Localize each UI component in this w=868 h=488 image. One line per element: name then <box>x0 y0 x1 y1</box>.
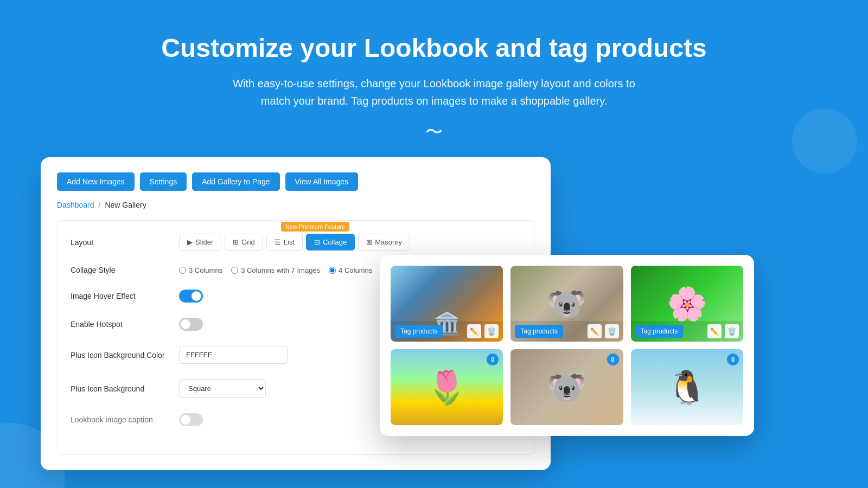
radio-3col[interactable]: 3 Columns <box>179 266 222 274</box>
layout-row: Layout New Premium Feature ▶ Slider ⊞ Gr… <box>71 234 521 251</box>
gallery-grid: Tag products ✏️ 🗑️ Tag products ✏️ 🗑️ <box>391 266 743 425</box>
gallery-img-penguins <box>631 349 743 425</box>
hotspot-control <box>179 318 401 331</box>
gallery-item-6: 0 <box>631 349 743 425</box>
caption-control <box>179 413 401 426</box>
tag-products-btn-3[interactable]: Tag products <box>635 325 684 338</box>
layout-label: Layout <box>71 238 179 247</box>
settings-button[interactable]: Settings <box>140 172 187 191</box>
tab-collage[interactable]: ⊟ Collage <box>306 234 355 251</box>
layout-tabs: New Premium Feature ▶ Slider ⊞ Grid ☰ Li… <box>179 234 521 251</box>
premium-badge: New Premium Feature <box>281 222 349 232</box>
tab-masonry[interactable]: ⊠ Masonry <box>358 234 410 251</box>
hotspot-toggle[interactable] <box>179 318 203 331</box>
tab-collage-label: Collage <box>323 238 347 246</box>
hero-subtitle: With easy-to-use settings, change your L… <box>217 75 651 110</box>
radio-4col-label: 4 Columns <box>339 266 372 274</box>
hover-effect-toggle[interactable] <box>179 290 203 303</box>
hover-effect-label: Image Hover Effect <box>71 292 179 300</box>
plus-icon-bg-control: Square Circle Rounded <box>179 379 401 398</box>
tag-actions-2: ✏️ 🗑️ <box>588 324 619 338</box>
view-all-button[interactable]: View All Images <box>285 172 359 191</box>
gallery-item-2: Tag products ✏️ 🗑️ <box>510 266 623 342</box>
edit-btn-3[interactable]: ✏️ <box>707 324 722 338</box>
tab-grid-label: Grid <box>241 238 255 246</box>
delete-btn-1[interactable]: 🗑️ <box>484 324 499 338</box>
count-badge-5: 0 <box>607 354 619 365</box>
gallery-img-tulips <box>391 349 503 425</box>
list-icon: ☰ <box>275 238 281 246</box>
collage-icon: ⊟ <box>314 238 320 246</box>
radio-4col-input[interactable] <box>329 267 336 274</box>
caption-toggle[interactable] <box>179 413 203 426</box>
breadcrumb: Dashboard / New Gallery <box>57 201 534 209</box>
toolbar: Add New Images Settings Add Gallery to P… <box>57 172 534 191</box>
edit-btn-1[interactable]: ✏️ <box>467 324 481 338</box>
tag-overlay-3: Tag products ✏️ 🗑️ <box>631 321 743 342</box>
tab-slider-label: Slider <box>195 238 213 246</box>
breadcrumb-separator: / <box>99 201 101 209</box>
delete-btn-2[interactable]: 🗑️ <box>605 324 619 338</box>
radio-3col-input[interactable] <box>179 267 186 274</box>
gallery-img-koala2 <box>510 349 623 425</box>
hover-effect-control <box>179 290 401 303</box>
radio-3col7img-input[interactable] <box>231 267 238 274</box>
hotspot-label: Enable Hotspot <box>71 320 179 329</box>
collage-style-label: Collage Style <box>71 266 179 274</box>
gallery-item-1: Tag products ✏️ 🗑️ <box>391 266 503 342</box>
plus-icon-color-label: Plus Icon Background Color <box>71 351 179 359</box>
gallery-item-5: 0 <box>510 349 623 425</box>
hero-wave: 〜 <box>11 120 857 144</box>
add-gallery-button[interactable]: Add Gallery to Page <box>192 172 279 191</box>
tab-list-label: List <box>284 238 295 246</box>
breadcrumb-current: New Gallery <box>105 201 146 209</box>
caption-label: Lookbook image caption <box>71 415 179 424</box>
gallery-item-4: 0 <box>391 349 503 425</box>
tag-products-btn-1[interactable]: Tag products <box>395 325 443 338</box>
radio-3col7img-label: 3 Columns with 7 Images <box>241 266 320 274</box>
tab-grid[interactable]: ⊞ Grid <box>225 234 263 251</box>
tag-overlay-1: Tag products ✏️ 🗑️ <box>391 321 503 342</box>
radio-3col-label: 3 Columns <box>189 266 222 274</box>
tag-products-btn-2[interactable]: Tag products <box>515 325 563 338</box>
tab-slider[interactable]: ▶ Slider <box>179 234 221 251</box>
slider-icon: ▶ <box>187 238 193 246</box>
radio-4col[interactable]: 4 Columns <box>329 266 372 274</box>
delete-btn-3[interactable]: 🗑️ <box>725 324 739 338</box>
radio-3col7img[interactable]: 3 Columns with 7 Images <box>231 266 320 274</box>
tab-list[interactable]: ☰ List <box>266 234 303 251</box>
masonry-icon: ⊠ <box>366 238 372 246</box>
count-badge-6: 0 <box>727 354 739 365</box>
tag-actions-1: ✏️ 🗑️ <box>467 324 499 338</box>
tab-masonry-label: Masonry <box>375 238 402 246</box>
breadcrumb-dashboard[interactable]: Dashboard <box>57 201 94 209</box>
plus-icon-color-input[interactable] <box>179 346 288 364</box>
edit-btn-2[interactable]: ✏️ <box>588 324 602 338</box>
tag-actions-3: ✏️ 🗑️ <box>707 324 739 338</box>
hero-title: Customize your Lookbook and tag products <box>11 33 857 64</box>
gallery-item-3: Tag products ✏️ 🗑️ <box>631 266 743 342</box>
plus-icon-color-control <box>179 346 401 364</box>
plus-icon-bg-select[interactable]: Square Circle Rounded <box>179 379 266 398</box>
gallery-panel: Tag products ✏️ 🗑️ Tag products ✏️ 🗑️ <box>380 255 754 436</box>
layout-control: New Premium Feature ▶ Slider ⊞ Grid ☰ Li… <box>179 234 521 251</box>
tag-overlay-2: Tag products ✏️ 🗑️ <box>510 321 623 342</box>
add-images-button[interactable]: Add New Images <box>57 172 135 191</box>
plus-icon-bg-label: Plus Icon Background <box>71 384 179 393</box>
hero-section: Customize your Lookbook and tag products… <box>0 0 868 166</box>
grid-icon: ⊞ <box>233 238 239 246</box>
